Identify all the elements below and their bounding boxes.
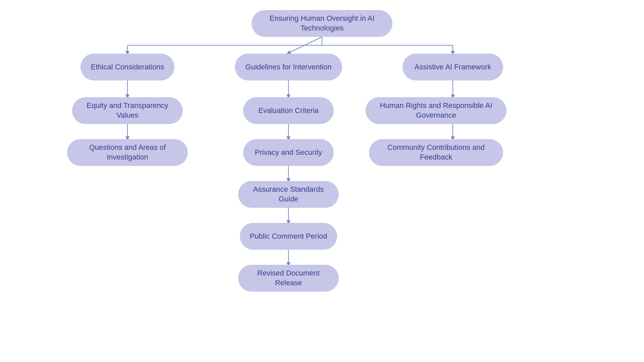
node-humanrights-label: Human Rights and Responsible AI Governan… — [375, 101, 497, 120]
node-assistive-label: Assistive AI Framework — [415, 62, 491, 72]
node-equity: Equity and Transparency Values — [72, 97, 183, 124]
node-guidelines: Guidelines for Intervention — [235, 54, 342, 80]
node-community-label: Community Contributions and Feedback — [378, 143, 494, 162]
node-ethical-label: Ethical Considerations — [91, 62, 164, 72]
node-equity-label: Equity and Transparency Values — [82, 101, 173, 120]
node-public-label: Public Comment Period — [250, 232, 327, 241]
node-assistive: Assistive AI Framework — [402, 54, 503, 80]
node-evaluation: Evaluation Criteria — [243, 97, 334, 124]
node-revised: Revised Document Release — [238, 265, 339, 292]
node-evaluation-label: Evaluation Criteria — [258, 106, 319, 116]
node-assurance-label: Assurance Standards Guide — [248, 185, 329, 204]
node-humanrights: Human Rights and Responsible AI Governan… — [366, 97, 506, 124]
node-assurance: Assurance Standards Guide — [238, 181, 339, 208]
diagram-container: Ensuring Human Oversight in AI Technolog… — [0, 0, 644, 362]
node-privacy: Privacy and Security — [243, 139, 334, 166]
node-questions: Questions and Areas of Investigation — [67, 139, 188, 166]
node-ethical: Ethical Considerations — [80, 54, 174, 80]
node-root-label: Ensuring Human Oversight in AI Technolog… — [261, 14, 383, 33]
node-root: Ensuring Human Oversight in AI Technolog… — [252, 10, 392, 37]
node-revised-label: Revised Document Release — [248, 268, 329, 288]
node-public: Public Comment Period — [240, 223, 337, 250]
node-guidelines-label: Guidelines for Intervention — [246, 62, 332, 72]
node-questions-label: Questions and Areas of Investigation — [76, 143, 178, 162]
node-community: Community Contributions and Feedback — [369, 139, 503, 166]
node-privacy-label: Privacy and Security — [255, 148, 322, 158]
svg-line-3 — [288, 37, 322, 53]
